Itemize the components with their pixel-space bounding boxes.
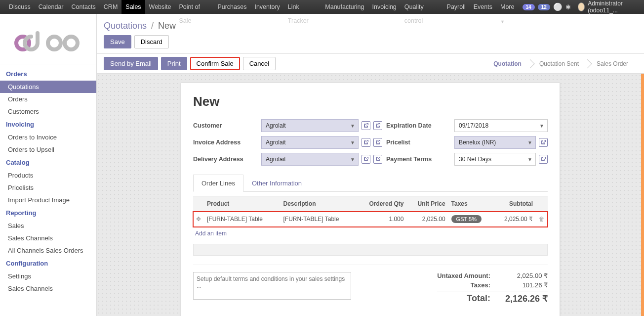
status-step-sent[interactable]: Quotation Sent <box>530 57 588 70</box>
tab-order-lines[interactable]: Order Lines <box>193 175 243 192</box>
sidebar-item-report-channels[interactable]: Sales Channels <box>0 232 96 244</box>
save-button[interactable]: Save <box>104 35 131 48</box>
totals: Untaxed Amount: 2,025.00 ₹ Taxes: 101.26… <box>437 272 548 306</box>
nav-events[interactable]: Events <box>470 0 496 14</box>
external-link-icon[interactable] <box>362 138 370 147</box>
confirm-sale-button[interactable]: Confirm Sale <box>190 57 240 70</box>
sidebar-item-customers[interactable]: Customers <box>0 105 96 118</box>
nav-quality[interactable]: Quality control <box>401 0 443 14</box>
col-description: Description <box>281 196 357 212</box>
cancel-button[interactable]: Cancel <box>243 57 276 70</box>
nav-payroll[interactable]: Payroll <box>443 0 470 14</box>
user-menu[interactable]: Administrator (odoo11_... <box>578 0 639 14</box>
sidebar-group-config: Configuration <box>0 257 96 270</box>
external-link-icon[interactable] <box>373 121 382 130</box>
statusbar: Send by Email Print Confirm Sale Cancel … <box>97 53 644 74</box>
sidebar-item-quotations[interactable]: Quotations <box>0 81 96 93</box>
order-lines-table: Product Description Ordered Qty Unit Pri… <box>193 196 548 227</box>
external-link-icon[interactable] <box>539 138 548 147</box>
invoice-address-select[interactable]: Agrolait▼ <box>261 136 359 149</box>
chevron-down-icon: ▼ <box>527 140 532 145</box>
sidebar-item-pricelists[interactable]: Pricelists <box>0 181 96 194</box>
cell-taxes[interactable]: GST 5% <box>448 212 493 227</box>
sidebar-item-orders[interactable]: Orders <box>0 93 96 105</box>
skype-icon[interactable]: ⚪ <box>553 2 563 11</box>
top-nav: Discuss Calendar Contacts CRM Sales Webs… <box>0 0 644 14</box>
sidebar-group-orders: Orders <box>0 67 96 81</box>
sidebar-item-report-sales[interactable]: Sales <box>0 220 96 232</box>
sidebar-item-products[interactable]: Products <box>0 169 96 181</box>
status-steps: Quotation Quotation Sent Sales Order <box>484 57 637 70</box>
bug-icon[interactable]: ✱ <box>565 3 571 11</box>
breadcrumb-parent[interactable]: Quotations <box>104 21 147 31</box>
payment-terms-label: Payment Terms <box>386 156 450 163</box>
cell-qty[interactable]: 1.000 <box>357 212 406 227</box>
nav-sales[interactable]: Sales <box>121 0 145 14</box>
trash-icon[interactable]: 🗑 <box>536 212 548 227</box>
svg-point-1 <box>48 37 61 49</box>
form-area: New Customer Agrolait▼ Expiration Date <box>97 74 644 316</box>
customer-label: Customer <box>193 122 257 129</box>
activities-badge[interactable]: 12 <box>538 4 550 10</box>
external-link-icon[interactable] <box>362 121 370 130</box>
sidebar-item-report-allchannels[interactable]: All Channels Sales Orders <box>0 244 96 257</box>
sidebar-group-reporting: Reporting <box>0 206 96 220</box>
sidebar-item-import-image[interactable]: Import Product Image <box>0 194 96 206</box>
status-step-quotation[interactable]: Quotation <box>484 57 530 70</box>
send-email-button[interactable]: Send by Email <box>104 57 158 70</box>
nav-calendar[interactable]: Calendar <box>35 0 68 14</box>
nav-more[interactable]: More ▼ <box>496 0 523 14</box>
tabs: Order Lines Other Information <box>193 175 548 192</box>
sidebar-item-config-channels[interactable]: Sales Channels <box>0 282 96 295</box>
nav-invoicing[interactable]: Invoicing <box>368 0 400 14</box>
add-item-link[interactable]: Add an item <box>193 227 548 240</box>
terms-textarea[interactable] <box>193 272 351 300</box>
nav-pos[interactable]: Point of Sale <box>175 0 214 14</box>
external-link-icon[interactable] <box>373 138 382 147</box>
col-subtotal: Subtotal <box>493 196 536 212</box>
col-product: Product <box>204 196 281 212</box>
external-link-icon[interactable] <box>373 155 382 164</box>
chevron-down-icon: ▼ <box>527 157 532 162</box>
expiration-date-input[interactable]: 09/17/2018▼ <box>454 119 548 132</box>
chevron-down-icon: ▼ <box>350 123 355 129</box>
col-price: Unit Price <box>406 196 448 212</box>
status-step-order[interactable]: Sales Order <box>588 57 637 70</box>
sidebar-item-settings[interactable]: Settings <box>0 270 96 282</box>
nav-discuss[interactable]: Discuss <box>5 0 35 14</box>
cell-description[interactable]: [FURN-TABLE] Table <box>281 212 357 227</box>
nav-crm[interactable]: CRM <box>100 0 121 14</box>
chevron-down-icon: ▼ <box>350 157 355 162</box>
nav-purchases[interactable]: Purchases <box>213 0 250 14</box>
nav-contacts[interactable]: Contacts <box>68 0 100 14</box>
svg-point-2 <box>65 37 78 49</box>
pricelist-select[interactable]: Benelux (INR)▼ <box>454 136 536 149</box>
external-link-icon[interactable] <box>539 155 548 164</box>
nav-manufacturing[interactable]: Manufacturing <box>321 0 368 14</box>
nav-website[interactable]: Website <box>145 0 175 14</box>
pricelist-label: Pricelist <box>386 139 450 146</box>
print-button[interactable]: Print <box>161 57 187 70</box>
messages-badge[interactable]: 14 <box>523 4 535 10</box>
total-value: 2,126.26 ₹ <box>498 293 548 304</box>
delivery-address-label: Delivery Address <box>193 156 257 163</box>
nav-linktracker[interactable]: Link Tracker <box>284 0 321 14</box>
cell-price[interactable]: 2,025.00 <box>406 212 448 227</box>
sidebar-item-orders-to-invoice[interactable]: Orders to Invoice <box>0 131 96 143</box>
discard-button[interactable]: Discard <box>134 35 169 48</box>
cell-subtotal: 2,025.00 ₹ <box>493 212 536 227</box>
sidebar-item-orders-to-upsell[interactable]: Orders to Upsell <box>0 143 96 156</box>
delivery-address-select[interactable]: Agrolait▼ <box>261 153 359 166</box>
cell-product[interactable]: [FURN-TABLE] Table <box>204 212 281 227</box>
invoice-address-label: Invoice Address <box>193 139 257 146</box>
table-row[interactable]: ✥ [FURN-TABLE] Table [FURN-TABLE] Table … <box>193 212 548 227</box>
payment-terms-select[interactable]: 30 Net Days▼ <box>454 153 536 166</box>
customer-select[interactable]: Agrolait▼ <box>261 119 359 132</box>
drag-handle-icon[interactable]: ✥ <box>193 212 204 227</box>
logo <box>0 18 96 64</box>
col-qty: Ordered Qty <box>357 196 406 212</box>
external-link-icon[interactable] <box>362 155 370 164</box>
untaxed-value: 2,025.00 ₹ <box>498 272 548 279</box>
tab-other-info[interactable]: Other Information <box>243 175 310 191</box>
nav-inventory[interactable]: Inventory <box>250 0 283 14</box>
